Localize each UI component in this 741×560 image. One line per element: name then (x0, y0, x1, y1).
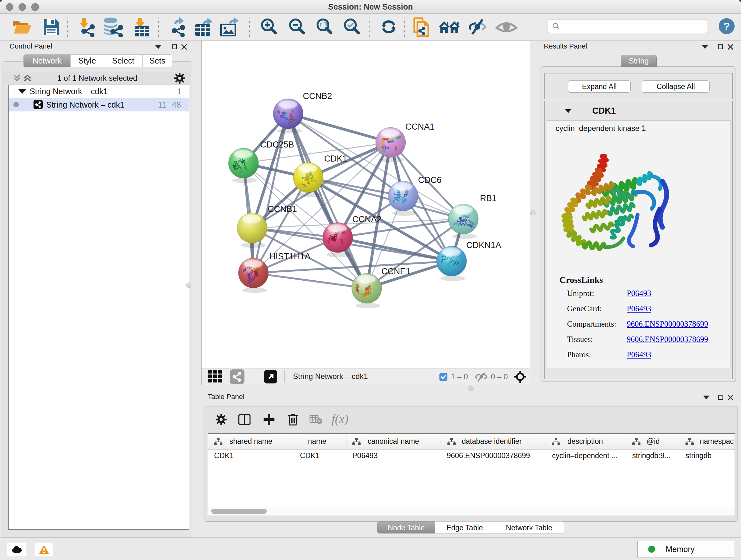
svg-text:CCNE1: CCNE1 (381, 266, 411, 276)
svg-text:CCNB2: CCNB2 (303, 91, 332, 101)
svg-text:CCNA1: CCNA1 (405, 122, 434, 132)
svg-text:CCNA2: CCNA2 (352, 214, 382, 224)
svg-text:RB1: RB1 (480, 193, 497, 203)
svg-text:CDC6: CDC6 (418, 175, 442, 185)
svg-text:CCNB1: CCNB1 (268, 204, 297, 214)
svg-text:CDC25B: CDC25B (260, 140, 294, 149)
svg-text:CDK1: CDK1 (324, 154, 347, 164)
svg-text:HIST1H1A: HIST1H1A (269, 252, 311, 261)
svg-text:CDKN1A: CDKN1A (466, 240, 501, 250)
